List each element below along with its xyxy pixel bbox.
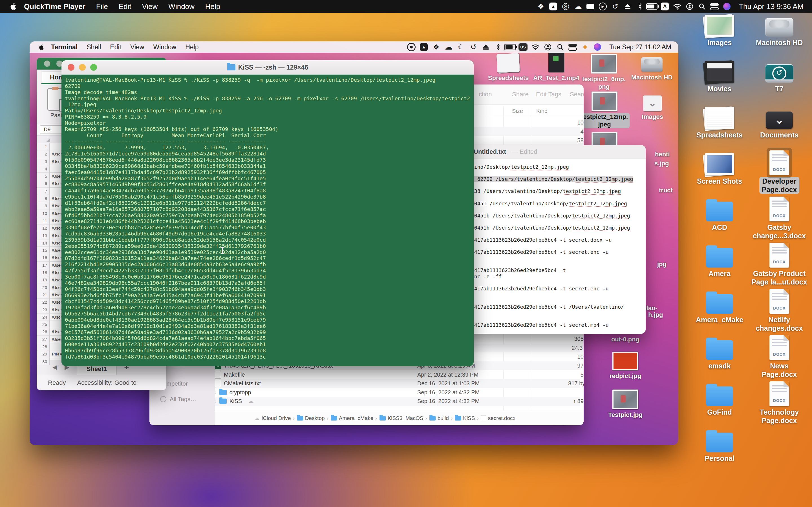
desktop-icon-images[interactable]: Images bbox=[690, 10, 749, 47]
menu-edit[interactable]: Edit bbox=[113, 2, 137, 11]
input-source-a-icon[interactable]: A bbox=[660, 2, 670, 11]
desktop-icon-emsdk[interactable]: emsdk bbox=[690, 333, 749, 370]
path-item-icloud drive[interactable]: ☁iCloud Drive› bbox=[254, 415, 295, 421]
zoom-icon[interactable] bbox=[90, 64, 97, 71]
spotlight-icon[interactable] bbox=[697, 2, 707, 11]
wifi-icon[interactable] bbox=[530, 43, 541, 52]
desktop-icon-screen-shots[interactable]: Screen Shots bbox=[690, 148, 749, 185]
finder-header-size[interactable]: Size bbox=[512, 108, 523, 114]
eject-icon[interactable] bbox=[622, 2, 633, 11]
battery-icon[interactable] bbox=[647, 2, 658, 11]
desktop-icon-gofind[interactable]: GoFind bbox=[690, 379, 749, 416]
cloud-icon[interactable]: ☁ bbox=[573, 2, 583, 11]
textedit-content[interactable]: tvalentino/Desktop/testpict2_12mp.jpeg l… bbox=[451, 159, 646, 328]
menu-app-name[interactable]: Terminal bbox=[47, 43, 82, 51]
desktop-icon-personal[interactable]: Personal bbox=[690, 425, 749, 462]
window-dot-icon[interactable] bbox=[44, 61, 50, 67]
toolbar-share[interactable]: Share bbox=[512, 91, 529, 98]
path-item-amera_cmake[interactable]: Amera_cMake› bbox=[331, 415, 377, 421]
inner-desktop-icon-redpict.jpg[interactable]: redpict.jpg bbox=[599, 352, 652, 380]
path-item-secret.docx[interactable]: secret.docx bbox=[481, 415, 515, 421]
inner-desktop-icon-spreadsheets[interactable]: Spreadsheets bbox=[481, 54, 535, 82]
menu-view[interactable]: View bbox=[137, 2, 163, 11]
path-item-build[interactable]: build› bbox=[429, 415, 453, 421]
finder-header-kind[interactable]: Kind bbox=[536, 108, 548, 114]
bluetooth-icon[interactable] bbox=[493, 43, 503, 52]
desktop-icon-netlify-changes.docx[interactable]: DOCXNetlify changes.docx bbox=[750, 287, 809, 332]
path-item-desktop[interactable]: Desktop› bbox=[297, 415, 328, 421]
path-item-kiss[interactable]: KiSS› bbox=[455, 415, 479, 421]
inner-desktop-icon-macintosh-hd[interactable]: Macintosh HD bbox=[625, 57, 678, 81]
menu-shell[interactable]: Shell bbox=[82, 43, 105, 51]
apple-menu-icon[interactable] bbox=[36, 43, 47, 52]
menu-edit[interactable]: Edit bbox=[105, 43, 126, 51]
desktop-icon-amera_cmake[interactable]: Amera_cMake bbox=[690, 287, 749, 324]
path-item-kiss3_macos[interactable]: KiSS3_MacOS› bbox=[379, 415, 427, 421]
finder-row-cmakelists.txt[interactable]: CMakeLists.txtDec 16, 2021 at 1:03 PM817… bbox=[215, 379, 580, 388]
close-icon[interactable] bbox=[68, 64, 74, 71]
minimize-icon[interactable] bbox=[79, 64, 86, 71]
time-machine-icon[interactable]: ↺ bbox=[468, 43, 478, 52]
desktop-icon-t7[interactable]: ↺T7 bbox=[750, 56, 809, 93]
siri-icon[interactable] bbox=[592, 43, 603, 52]
inner-desktop-icon-testpict.jpg[interactable]: Testpict.jpg bbox=[599, 390, 652, 418]
inner-desktop-icon-ar_test_2.mp4[interactable]: AR_Test_2.mp4 bbox=[529, 48, 583, 82]
accessibility-status[interactable]: Accessibility: Good to bbox=[77, 379, 137, 386]
moon-icon[interactable]: ☾ bbox=[456, 43, 466, 52]
toolbar-search[interactable]: Search bbox=[570, 91, 583, 98]
control-center-icon[interactable] bbox=[567, 43, 578, 52]
desktop-icon-gatsby-product-page-la...ut.docx[interactable]: DOCXGatsby Product Page la...ut.docx bbox=[750, 240, 809, 286]
terminal-content[interactable]: tvalentino@TVAL-MacBook-Pro13-M1 KiSS % … bbox=[61, 75, 474, 362]
inner-desktop-icon-testpict2_12mp.-jpeg[interactable]: testpict2_12mp. jpeg bbox=[578, 92, 631, 128]
inner-desktop-icon-images[interactable]: ⌄Images bbox=[626, 96, 678, 121]
sidebar-item-alltags[interactable]: All Tags… bbox=[160, 396, 196, 402]
desktop-icon-amera[interactable]: Amera bbox=[690, 240, 749, 278]
desktop-icon-technology-page.docx[interactable]: DOCXTechnology Page.docx bbox=[750, 379, 809, 425]
time-machine-icon[interactable]: ↺ bbox=[610, 2, 620, 11]
desktop-icon-spreadsheets[interactable]: Spreadsheets bbox=[690, 102, 749, 139]
outer-clock[interactable]: Thu Apr 13 9:36 AM bbox=[735, 2, 804, 11]
finder-row-makefile[interactable]: MakefileApr 2, 2022 at 12:39 PM5 KBPlain… bbox=[215, 370, 580, 379]
desktop-icon-news-page.docx[interactable]: DOCXNews Page.docx bbox=[750, 333, 809, 379]
wifi-icon[interactable] bbox=[672, 2, 682, 11]
menu-window[interactable]: Window bbox=[163, 2, 200, 11]
desktop-icon-gatsby-change...3.docx[interactable]: DOCXGatsby change...3.docx bbox=[750, 194, 809, 240]
dropbox-icon[interactable]: ❖ bbox=[431, 43, 441, 52]
dropbox-icon[interactable]: ❖ bbox=[536, 2, 546, 11]
finder-row-kiss[interactable]: ›KiSS☁Sep 16, 2022 at 4:32 PM↑ 89 KBFold… bbox=[215, 397, 580, 406]
inner-clock[interactable]: Tue Sep 27 11:02 AM bbox=[605, 43, 671, 51]
recorded-desktop-window[interactable]: TerminalShellEditViewWindowHelp ▲❖☁☾↺US … bbox=[30, 41, 678, 445]
input-source-us-icon[interactable]: US bbox=[518, 43, 528, 52]
desktop-icon-movies[interactable]: Movies bbox=[690, 56, 749, 93]
user-account-icon[interactable] bbox=[543, 43, 553, 52]
menu-view[interactable]: View bbox=[126, 43, 149, 51]
menu-help[interactable]: Help bbox=[200, 2, 225, 11]
terminal-window[interactable]: KiSS — -zsh — 129×46 tvalentino@TVAL-Mac… bbox=[61, 60, 474, 366]
toolbar-edit-tags[interactable]: Edit Tags bbox=[536, 91, 561, 98]
control-center-icon[interactable] bbox=[709, 2, 719, 11]
orange-dot-icon[interactable] bbox=[580, 43, 590, 52]
triangle-app-icon[interactable]: ▲ bbox=[419, 43, 429, 52]
play-circle-icon[interactable]: ▶ bbox=[598, 2, 608, 11]
bluetooth-icon[interactable] bbox=[635, 2, 645, 11]
user-account-icon[interactable] bbox=[684, 2, 695, 11]
toolbar-ction[interactable]: ction bbox=[479, 91, 492, 98]
menu-app-name[interactable]: QuickTime Player bbox=[18, 2, 91, 11]
cloud-icon[interactable]: ☁ bbox=[444, 43, 454, 52]
textedit-window[interactable]: Untitled.txt — Edited tvalentino/Desktop… bbox=[451, 145, 646, 334]
sophos-shield-icon[interactable]: Ⓢ bbox=[560, 2, 571, 11]
siri-icon[interactable] bbox=[722, 2, 732, 11]
battery-icon[interactable] bbox=[506, 43, 516, 52]
record-icon[interactable] bbox=[406, 43, 416, 52]
menu-window[interactable]: Window bbox=[149, 43, 181, 51]
keyboard-icon[interactable] bbox=[585, 2, 596, 11]
finder-row-cryptopp[interactable]: ›cryptoppSep 16, 2022 at 4:32 PM--Folder bbox=[215, 388, 580, 397]
menu-file[interactable]: File bbox=[91, 2, 113, 11]
desktop-icon-macintosh-hd[interactable]: Macintosh HD bbox=[750, 10, 809, 47]
triangle-app-icon[interactable]: ▲ bbox=[548, 2, 558, 11]
desktop-icon-documents[interactable]: ⌄Documents bbox=[750, 102, 809, 139]
desktop-icon-acd[interactable]: ACD bbox=[690, 194, 749, 231]
eject-icon[interactable] bbox=[481, 43, 491, 52]
spotlight-icon[interactable] bbox=[555, 43, 565, 52]
desktop-icon-developer-page.docx[interactable]: DOCXDeveloper Page.docx bbox=[750, 148, 809, 194]
